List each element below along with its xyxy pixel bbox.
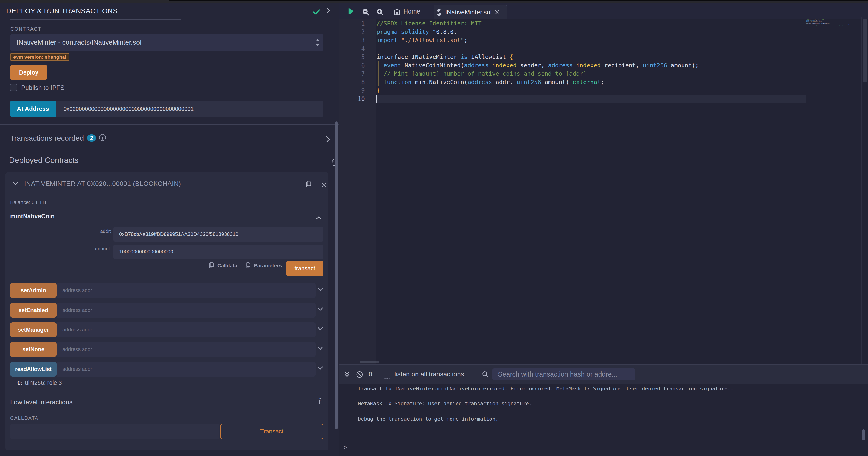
divider bbox=[0, 124, 339, 124]
setEnabled-button[interactable]: setEnabled bbox=[10, 303, 57, 318]
code-line-9: } bbox=[376, 86, 819, 95]
line-number-8: 8 bbox=[339, 78, 365, 86]
line-number-6: 6 bbox=[339, 61, 365, 69]
setManager-button[interactable]: setManager bbox=[10, 322, 57, 337]
setEnabled-expand-icon[interactable] bbox=[317, 307, 323, 312]
calldata-label: CALLDATA bbox=[10, 415, 38, 421]
terminal-search-input[interactable] bbox=[492, 368, 635, 380]
at-address-input[interactable] bbox=[56, 101, 323, 117]
collapse-panel-icon[interactable] bbox=[324, 7, 332, 14]
panel-title: DEPLOY & RUN TRANSACTIONS bbox=[6, 7, 118, 15]
search-icon bbox=[482, 371, 489, 378]
output-text: uint256: role 3 bbox=[25, 379, 62, 386]
editor-hscrollbar-thumb[interactable] bbox=[360, 361, 379, 363]
copy-address-icon[interactable] bbox=[304, 180, 312, 189]
terminal-count: 0 bbox=[369, 371, 372, 378]
setAdmin-button[interactable]: setAdmin bbox=[10, 283, 57, 298]
editor-tabbar: Home INativeMinter.sol bbox=[339, 3, 868, 19]
deployed-contract-card: INATIVEMINTER AT 0X020...00001 (BLOCKCHA… bbox=[5, 172, 328, 450]
code-line-2: pragma solidity ^0.8.0; bbox=[376, 28, 819, 36]
copy-parameters-button[interactable]: Parameters bbox=[254, 263, 282, 269]
line-number-4: 4 bbox=[339, 45, 365, 53]
home-tab-label[interactable]: Home bbox=[404, 8, 420, 15]
addr-field-input[interactable] bbox=[113, 227, 323, 241]
close-contract-icon[interactable] bbox=[321, 182, 327, 188]
calldata-input[interactable] bbox=[10, 424, 219, 439]
line-number-3: 3 bbox=[339, 36, 365, 45]
code-content[interactable]: //SPDX-License-Identifier: MITpragma sol… bbox=[376, 19, 819, 103]
code-line-10 bbox=[376, 95, 819, 103]
contract-collapse-icon[interactable] bbox=[12, 179, 20, 188]
function-row-setEnabled: setEnabled bbox=[10, 303, 323, 318]
divider bbox=[10, 394, 323, 394]
contract-instance-title: INATIVEMINTER AT 0X020...00001 (BLOCKCHA… bbox=[24, 180, 181, 188]
contract-balance: Balance: 0 ETH bbox=[10, 199, 46, 205]
addr-field-label: addr: bbox=[10, 228, 111, 234]
run-script-icon[interactable] bbox=[347, 8, 354, 15]
low-level-transact-button[interactable]: Transact bbox=[220, 424, 323, 439]
at-address-button[interactable]: At Address bbox=[10, 101, 56, 117]
setNone-button[interactable]: setNone bbox=[10, 342, 57, 357]
copy-calldata-icon[interactable] bbox=[207, 261, 214, 269]
setManager-input[interactable] bbox=[57, 322, 315, 337]
tab-inativeminter[interactable]: INativeMinter.sol bbox=[434, 5, 507, 19]
transact-button[interactable]: transact bbox=[286, 261, 323, 276]
code-line-8: function mintNativeCoin(address addr, ui… bbox=[806, 26, 816, 27]
tab-close-icon[interactable] bbox=[494, 9, 500, 16]
listen-checkbox[interactable] bbox=[383, 371, 391, 379]
code-line-8: function mintNativeCoin(address addr, ui… bbox=[376, 78, 819, 86]
editor-scrollbar-thumb[interactable] bbox=[863, 19, 867, 82]
setAdmin-input[interactable] bbox=[57, 283, 315, 298]
transactions-count-badge: 2 bbox=[87, 134, 96, 142]
line-number-2: 2 bbox=[339, 28, 365, 36]
terminal: 0 listen on all transactions transact to… bbox=[339, 365, 868, 456]
function-row-readAllowList: readAllowList bbox=[10, 362, 323, 377]
call-output: 0:uint256: role 3 bbox=[18, 379, 62, 386]
panel-scrollbar[interactable] bbox=[335, 121, 338, 429]
setAdmin-expand-icon[interactable] bbox=[317, 287, 323, 292]
copy-parameters-icon[interactable] bbox=[244, 261, 251, 269]
readAllowList-expand-icon[interactable] bbox=[317, 365, 323, 371]
terminal-scrollbar[interactable] bbox=[862, 429, 865, 440]
zoom-out-icon[interactable] bbox=[362, 8, 370, 16]
transactions-expand-icon[interactable] bbox=[324, 135, 331, 144]
line-numbers: 12345678910 bbox=[339, 19, 365, 103]
deploy-button[interactable]: Deploy bbox=[10, 65, 47, 80]
deployed-contracts-header: Deployed Contracts bbox=[9, 155, 79, 165]
publish-ipfs-label: Publish to IPFS bbox=[21, 84, 64, 91]
terminal-expand-icon[interactable] bbox=[343, 371, 351, 378]
line-number-10: 10 bbox=[339, 95, 365, 103]
setManager-expand-icon[interactable] bbox=[317, 326, 323, 332]
readAllowList-button[interactable]: readAllowList bbox=[10, 362, 57, 377]
terminal-log-3: Debug the transaction to get more inform… bbox=[358, 416, 498, 422]
amount-field-input[interactable] bbox=[113, 245, 323, 259]
select-arrows-icon bbox=[315, 38, 321, 47]
contract-select-value: INativeMinter - contracts/INativeMinter.… bbox=[17, 39, 142, 46]
editor-minimap[interactable]: //SPDX-License-Identifier: MITpragma sol… bbox=[806, 19, 862, 47]
function-row-setManager: setManager bbox=[10, 322, 323, 337]
setNone-input[interactable] bbox=[57, 342, 315, 357]
evm-version-badge: evm version: shanghai bbox=[10, 53, 69, 61]
tab-label: INativeMinter.sol bbox=[445, 9, 492, 16]
copy-calldata-button[interactable]: Calldata bbox=[217, 263, 237, 269]
editor-cursor bbox=[376, 95, 377, 103]
code-line-7: // Mint [amount] number of native coins … bbox=[376, 69, 819, 78]
terminal-log-2: MetaMask Tx Signature: User denied trans… bbox=[358, 401, 532, 406]
code-line-3: import "./IAllowList.sol"; bbox=[806, 21, 816, 22]
code-line-1: //SPDX-License-Identifier: MIT bbox=[376, 19, 819, 28]
zoom-in-icon[interactable] bbox=[376, 8, 384, 16]
home-icon[interactable] bbox=[393, 7, 401, 16]
contract-select[interactable]: INativeMinter - contracts/INativeMinter.… bbox=[10, 34, 323, 51]
window-top-strip-right bbox=[169, 0, 868, 1]
setNone-expand-icon[interactable] bbox=[317, 346, 323, 351]
code-line-4 bbox=[376, 45, 819, 53]
setEnabled-input[interactable] bbox=[57, 303, 315, 318]
low-level-title: Low level interactions bbox=[10, 398, 72, 406]
publish-ipfs-checkbox[interactable] bbox=[10, 84, 17, 91]
solidity-file-icon bbox=[437, 9, 442, 16]
readAllowList-input[interactable] bbox=[57, 362, 315, 377]
transactions-recorded-label: Transactions recorded bbox=[10, 134, 84, 143]
clear-console-icon[interactable] bbox=[356, 371, 363, 378]
terminal-header: 0 listen on all transactions bbox=[339, 365, 868, 383]
function-collapse-icon[interactable] bbox=[315, 214, 323, 222]
